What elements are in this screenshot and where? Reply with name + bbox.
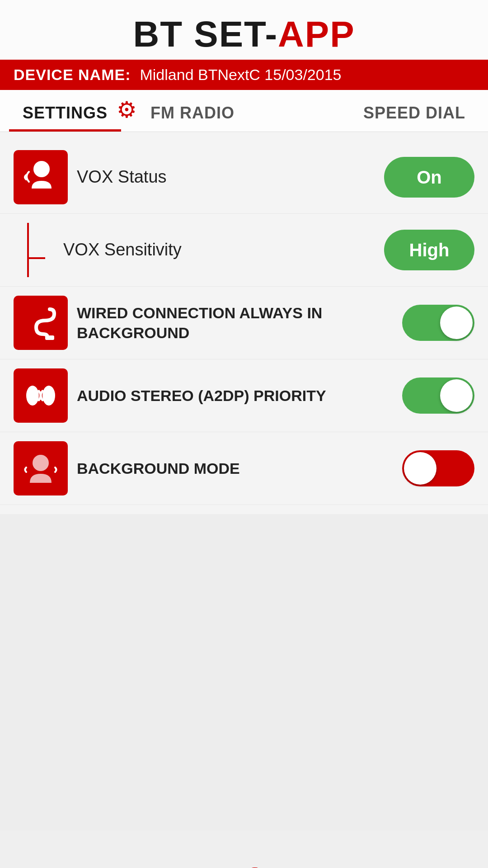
settings-list: VOX Status On VOX Sensitivity High WIRED… [0,132,488,514]
setting-row-vox-status: VOX Status On [0,141,488,214]
wired-connection-toggle[interactable] [402,305,474,341]
background-mode-label: BACKGROUND MODE [68,458,402,478]
title-app: APP [278,14,355,54]
setting-row-vox-sensitivity: VOX Sensitivity High [0,214,488,287]
save-section: ✔ Save [0,830,488,868]
audio-icon [14,368,68,423]
device-label: DEVICE NAME: [14,66,131,84]
setting-row-wired-connection: WIRED CONNECTION ALWAYS IN BACKGROUND [0,287,488,359]
audio-stereo-toggle[interactable] [402,377,474,414]
svg-rect-1 [45,335,54,340]
tab-settings-label: SETTINGS [23,104,108,122]
save-checkmark-icon: ✔ [225,858,263,868]
wired-connection-label: WIRED CONNECTION ALWAYS IN BACKGROUND [68,303,402,343]
vox-icon [14,150,68,204]
title-bt-set: BT SET- [133,14,278,54]
background-icon [14,441,68,495]
device-bar: DEVICE NAME: Midland BTNextC 15/03/2015 [0,60,488,90]
vox-sensitivity-toggle[interactable]: High [384,230,474,270]
vox-status-toggle[interactable]: On [384,157,474,198]
wired-icon [14,296,68,350]
nav-tabs: SETTINGS ⚙ FM RADIO SPEED DIAL [0,90,488,132]
svg-point-3 [42,386,55,406]
vox-sensitivity-label: VOX Sensitivity [54,239,384,261]
tab-settings[interactable]: SETTINGS [9,90,121,132]
svg-point-4 [33,455,49,471]
svg-point-0 [33,161,50,177]
device-name: Midland BTNextC 15/03/2015 [140,66,341,84]
tab-fm-radio[interactable]: FM RADIO [137,90,248,132]
tab-fm-radio-label: FM RADIO [150,104,235,122]
background-mode-toggle[interactable] [402,450,474,486]
app-title: BT SET-APP [9,14,479,55]
svg-point-2 [26,386,39,406]
setting-row-background-mode: BACKGROUND MODE [0,432,488,505]
background-area [0,514,488,830]
vox-status-label: VOX Status [68,166,384,188]
setting-row-audio-stereo: AUDIO STEREO (A2DP) PRIORITY [0,359,488,432]
vox-sensitivity-indent [27,223,54,277]
audio-stereo-label: AUDIO STEREO (A2DP) PRIORITY [68,386,402,406]
tab-speed-dial-label: SPEED DIAL [363,104,465,122]
header: BT SET-APP [0,0,488,60]
tab-speed-dial[interactable]: SPEED DIAL [350,90,479,132]
